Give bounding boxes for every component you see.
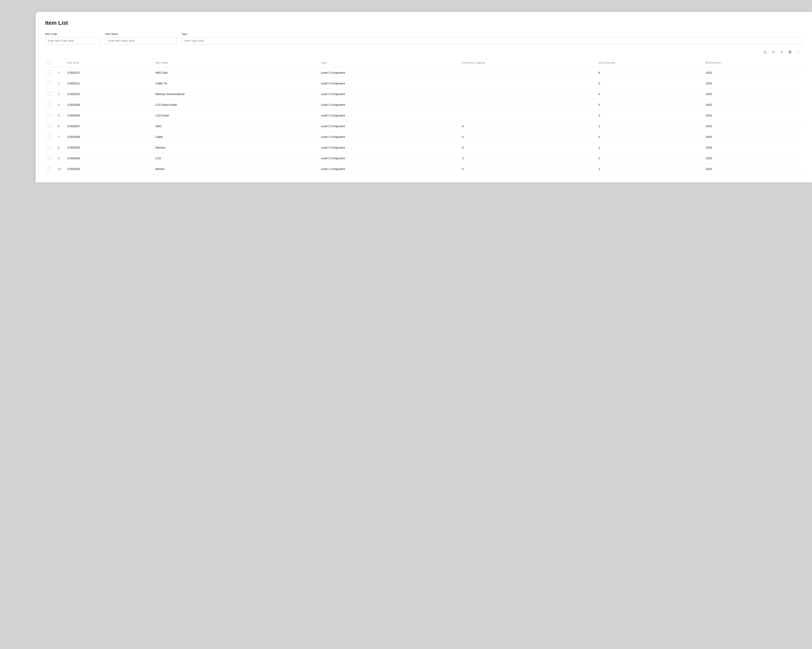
row-checkbox-cell[interactable] — [45, 110, 55, 121]
row-item-code: CODE012 — [64, 67, 153, 78]
svg-line-1 — [766, 53, 766, 53]
row-item-name: Monitor — [152, 164, 318, 174]
row-item-code: CODE009 — [64, 99, 153, 110]
row-type: Level 3 Component — [318, 99, 459, 110]
select-all-checkbox[interactable] — [47, 61, 51, 64]
row-stock-quantity: 1 — [595, 121, 702, 131]
row-type: Level 3 Component — [318, 67, 459, 78]
item-code-input[interactable] — [45, 37, 101, 44]
filter-button[interactable] — [770, 49, 777, 55]
more-button[interactable] — [795, 49, 802, 55]
row-stock-quantity: 6 — [595, 67, 702, 78]
select-all-header[interactable] — [45, 58, 55, 67]
row-type: Level 1 Component — [318, 164, 459, 174]
row-num: 5 — [55, 110, 64, 121]
row-item-name: HDD — [152, 121, 318, 131]
row-stock-quantity: 0 — [595, 153, 702, 164]
row-checkbox-cell[interactable] — [45, 67, 55, 78]
col-header-item-code: Item Code — [64, 58, 153, 67]
row-num: 8 — [55, 142, 64, 153]
table-row[interactable]: 6 CODE007 HDD Level 2 Component 6 1 2025 — [45, 121, 803, 131]
row-checkbox-cell[interactable] — [45, 131, 55, 142]
col-header-item-name: Item Name — [152, 58, 318, 67]
row-num: 4 — [55, 99, 64, 110]
filter-group-item-code: Item Code — [45, 32, 101, 44]
row-checkbox[interactable] — [47, 124, 51, 128]
row-checkbox[interactable] — [47, 81, 51, 85]
table-container: Item Code Item Name Type Production Capa… — [45, 58, 803, 174]
row-stock-quantity: 2 — [595, 164, 702, 174]
item-name-label: Item Name — [105, 32, 177, 35]
row-num: 10 — [55, 164, 64, 174]
row-checkbox[interactable] — [47, 103, 51, 106]
table-row[interactable]: 8 CODE005 Memory Level 2 Component 6 1 2… — [45, 142, 803, 153]
row-item-name: Memory — [152, 142, 318, 153]
row-checkbox[interactable] — [47, 156, 51, 160]
more-icon — [797, 50, 800, 54]
trash-icon — [788, 50, 792, 54]
row-stock-quantity: 6 — [595, 89, 702, 99]
row-checkbox-cell[interactable] — [45, 121, 55, 131]
row-checkbox[interactable] — [47, 92, 51, 96]
add-icon — [780, 50, 783, 54]
table-header-row: Item Code Item Name Type Production Capa… — [45, 58, 803, 67]
filter-group-type: Type — [182, 32, 803, 44]
row-production-capacity: 6 — [459, 142, 595, 153]
search-button[interactable] — [762, 49, 768, 55]
row-item-name: LCD Glass Panel — [152, 99, 318, 110]
filter-row: Item Code Item Name Type — [45, 32, 803, 44]
item-name-input[interactable] — [105, 37, 177, 44]
filter-group-item-name: Item Name — [105, 32, 177, 44]
svg-point-8 — [798, 52, 798, 52]
row-item-code: CODE005 — [64, 142, 153, 153]
table-row[interactable]: 4 CODE009 LCD Glass Panel Level 3 Compon… — [45, 99, 803, 110]
table-row[interactable]: 9 CODE004 LCD Level 2 Component 3 0 2025 — [45, 153, 803, 164]
row-type: Level 3 Component — [318, 110, 459, 121]
table-row[interactable]: 1 CODE012 HDD Disk Level 3 Component 6 2… — [45, 67, 803, 78]
row-item-code: CODE010 — [64, 89, 153, 99]
table-body: 1 CODE012 HDD Disk Level 3 Component 6 2… — [45, 67, 803, 174]
row-num: 9 — [55, 153, 64, 164]
row-bom-version: 2025 — [702, 121, 803, 131]
table-row[interactable]: 2 CODE011 Cable Tie Level 3 Component 5 … — [45, 78, 803, 89]
row-checkbox[interactable] — [47, 167, 51, 171]
row-stock-quantity: 5 — [595, 78, 702, 89]
row-checkbox[interactable] — [47, 113, 51, 117]
row-checkbox-cell[interactable] — [45, 99, 55, 110]
col-header-type: Type — [318, 58, 459, 67]
type-input[interactable] — [182, 37, 803, 44]
col-header-production-capacity: Production Capacity — [459, 58, 595, 67]
row-checkbox[interactable] — [47, 135, 51, 138]
row-checkbox-cell[interactable] — [45, 78, 55, 89]
row-type: Level 3 Component — [318, 89, 459, 99]
table-row[interactable]: 10 CODE003 Monitor Level 1 Component 0 2… — [45, 164, 803, 174]
row-checkbox-cell[interactable] — [45, 164, 55, 174]
page-title: Item List — [45, 20, 803, 26]
row-checkbox[interactable] — [47, 70, 51, 74]
table-row[interactable]: 5 CODE008 LCD Panel Level 3 Component 3 … — [45, 110, 803, 121]
row-item-code: CODE004 — [64, 153, 153, 164]
filter-icon — [772, 50, 775, 54]
row-num: 7 — [55, 131, 64, 142]
row-item-code: CODE003 — [64, 164, 153, 174]
delete-button[interactable] — [787, 49, 794, 55]
row-checkbox-cell[interactable] — [45, 153, 55, 164]
row-item-name: Memory Semiconductor — [152, 89, 318, 99]
row-bom-version: 2025 — [702, 99, 803, 110]
table-row[interactable]: 7 CODE006 Cable Level 2 Component 5 0 20… — [45, 131, 803, 142]
col-header-num — [55, 58, 64, 67]
col-header-bom-version: BOM Version — [702, 58, 803, 67]
row-num: 2 — [55, 78, 64, 89]
svg-point-7 — [798, 51, 798, 51]
row-checkbox[interactable] — [47, 145, 51, 149]
table-row[interactable]: 3 CODE010 Memory Semiconductor Level 3 C… — [45, 89, 803, 99]
svg-point-9 — [798, 53, 798, 53]
row-bom-version: 2025 — [702, 131, 803, 142]
row-bom-version: 2025 — [702, 153, 803, 164]
row-production-capacity: 5 — [459, 131, 595, 142]
add-button[interactable] — [778, 49, 785, 55]
row-checkbox-cell[interactable] — [45, 142, 55, 153]
row-production-capacity — [459, 78, 595, 89]
row-bom-version: 2025 — [702, 67, 803, 78]
row-checkbox-cell[interactable] — [45, 89, 55, 99]
